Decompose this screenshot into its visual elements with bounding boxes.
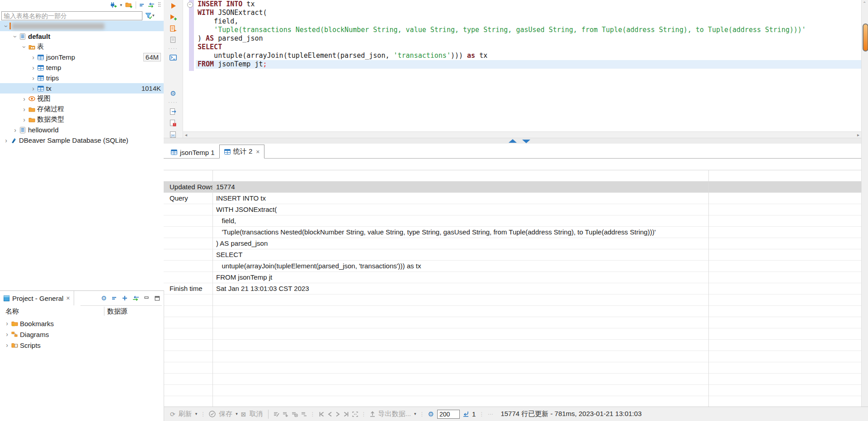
grid-row-query-line[interactable]: WITH JSONExtract(: [164, 204, 861, 215]
tree-item-视图[interactable]: ›视图: [0, 94, 164, 104]
project-item-Bookmarks[interactable]: ›★Bookmarks: [0, 318, 164, 329]
project-item-Scripts[interactable]: ›Scripts: [0, 340, 164, 351]
execute-new-tab-icon[interactable]: [170, 14, 177, 20]
save-icon[interactable]: [209, 411, 216, 417]
grid-empty-row[interactable]: [164, 351, 861, 362]
project-tab[interactable]: Project - General ×: [0, 291, 74, 305]
sql-line-2[interactable]: WITH JSONExtract(: [198, 9, 861, 17]
open-file-icon[interactable]: [170, 108, 176, 115]
fold-collapse-icon[interactable]: −: [187, 2, 193, 8]
tree-chevron-icon[interactable]: ›: [4, 331, 10, 337]
sql-line-8[interactable]: FROM jsonTemp jt;: [196, 60, 861, 69]
tree-item-default[interactable]: ›default: [0, 31, 164, 42]
grid-empty-row[interactable]: [164, 362, 861, 374]
grid-empty-row[interactable]: [164, 396, 861, 407]
tree-item-trips[interactable]: ›trips: [0, 73, 164, 83]
sql-line-6[interactable]: SELECT: [198, 43, 861, 51]
tree-chevron-icon[interactable]: ›: [30, 65, 37, 71]
project-collapse-icon[interactable]: [112, 296, 117, 300]
grid-cell-name[interactable]: [164, 204, 212, 215]
grid-cell-name[interactable]: [164, 249, 212, 260]
tree-chevron-icon[interactable]: ›: [30, 54, 37, 61]
grid-cell-name[interactable]: Updated Rows: [164, 182, 212, 192]
tree-chevron-icon[interactable]: ›: [21, 117, 28, 123]
new-connection-dropdown-caret[interactable]: ▾: [120, 3, 122, 7]
export-data-button[interactable]: 导出数据...: [378, 410, 411, 418]
tree-item-connection[interactable]: ›: [0, 21, 164, 31]
sql-line-7[interactable]: untuple(arrayJoin(tupleElement(parsed_js…: [198, 51, 861, 60]
tree-chevron-icon[interactable]: ›: [4, 320, 10, 327]
grid-column-divider[interactable]: [212, 170, 213, 408]
grid-col-name[interactable]: [164, 170, 212, 181]
grid-cell-value[interactable]: 'Tuple(transactions Nested(blockNumber S…: [212, 227, 708, 238]
cancel-icon[interactable]: ⊠: [241, 411, 246, 417]
fetch-settings-gear-icon[interactable]: ⚙: [428, 411, 434, 417]
tree-chevron-icon[interactable]: ›: [21, 43, 28, 50]
project-tab-close-icon[interactable]: ×: [66, 295, 70, 302]
grid-cell-value[interactable]: WITH JSONExtract(: [212, 204, 708, 215]
overflow-dots[interactable]: ⋯: [487, 411, 493, 417]
grid-row-query-line[interactable]: ) AS parsed_json: [164, 238, 861, 249]
export-dropdown-caret[interactable]: ▾: [414, 412, 416, 416]
tree-chevron-icon[interactable]: ›: [30, 75, 37, 81]
first-row-icon[interactable]: [319, 412, 325, 417]
grid-cell-value[interactable]: SELECT: [212, 249, 708, 260]
project-link-icon[interactable]: [132, 296, 139, 301]
tree-chevron-icon[interactable]: ›: [30, 85, 37, 92]
grid-empty-row[interactable]: [164, 385, 861, 396]
editor-horizontal-scrollbar[interactable]: ◂ ▸: [183, 131, 861, 138]
grid-row-query-line[interactable]: 'Tuple(transactions Nested(blockNumber S…: [164, 227, 861, 238]
fetch-size-input[interactable]: [437, 410, 460, 419]
tree-chevron-icon[interactable]: ›: [12, 127, 19, 133]
grid-cell-name[interactable]: Query: [164, 193, 212, 204]
grid-cell-name[interactable]: Finish time: [164, 283, 212, 294]
refresh-button[interactable]: 刷新: [179, 410, 192, 418]
maximize-panel-icon[interactable]: [155, 296, 160, 301]
previous-row-icon[interactable]: [328, 412, 332, 417]
save-dropdown-caret[interactable]: ▾: [236, 412, 238, 416]
grid-row-Finish time[interactable]: Finish timeSat Jan 21 13:01:03 CST 2023: [164, 283, 861, 295]
project-gear-icon[interactable]: ⚙: [101, 295, 107, 301]
grid-cell-value[interactable]: ) AS parsed_json: [212, 238, 708, 249]
tab-close-icon[interactable]: ×: [256, 148, 259, 155]
editor-settings-gear-icon[interactable]: ⚙: [170, 90, 176, 97]
tree-chevron-icon[interactable]: ›: [3, 137, 9, 144]
scroll-right-arrow-icon[interactable]: ▸: [857, 132, 859, 137]
refresh-icon[interactable]: ⟳: [170, 411, 175, 417]
grid-cell-name[interactable]: [164, 227, 212, 238]
grid-cell-value[interactable]: 15774: [212, 182, 708, 192]
column-name-header[interactable]: 名称: [5, 306, 19, 317]
grid-row-Query[interactable]: QueryINSERT INTO tx: [164, 193, 861, 204]
record-mode-icon[interactable]: [352, 412, 358, 417]
tree-chevron-icon[interactable]: ›: [21, 96, 28, 102]
grid-cell-value[interactable]: FROM jsonTemp jt: [212, 272, 708, 283]
scroll-up-arrow-icon[interactable]: ⌃: [863, 1, 866, 6]
tree-chevron-icon[interactable]: ›: [12, 33, 19, 40]
tree-item-数据类型[interactable]: ›数据类型: [0, 114, 164, 125]
tree-chevron-icon[interactable]: ›: [3, 23, 9, 29]
sql-line-5[interactable]: ) AS parsed_json: [198, 34, 861, 43]
grid-cell-value[interactable]: INSERT INTO tx: [212, 193, 708, 204]
statistics-grid[interactable]: Updated Rows15774QueryINSERT INTO txWITH…: [164, 170, 861, 419]
tree-item-helloworld[interactable]: ›helloworld: [0, 125, 164, 135]
tree-item-temp[interactable]: ›temp: [0, 62, 164, 73]
edit-cell-icon[interactable]: [274, 412, 279, 417]
execute-script-icon[interactable]: [170, 25, 177, 32]
save-button[interactable]: 保存: [219, 410, 232, 418]
column-divider[interactable]: [104, 307, 104, 316]
grid-col-value[interactable]: [212, 170, 708, 181]
new-folder-icon[interactable]: [125, 2, 132, 8]
project-expand-icon[interactable]: [122, 295, 127, 301]
grid-cell-name[interactable]: [164, 238, 212, 249]
scrollbar-thumb[interactable]: [863, 23, 868, 51]
grid-empty-row[interactable]: [164, 328, 861, 340]
explain-plan-icon[interactable]: [170, 37, 177, 43]
sql-line-4[interactable]: 'Tuple(transactions Nested(blockNumber S…: [198, 26, 861, 34]
new-connection-icon[interactable]: [109, 2, 117, 8]
grid-cell-name[interactable]: [164, 215, 212, 226]
grid-cell-value[interactable]: field,: [212, 215, 708, 226]
filter-funnel-icon[interactable]: [145, 13, 152, 19]
tree-chevron-icon[interactable]: ›: [21, 106, 28, 112]
grid-cell-value[interactable]: Sat Jan 21 13:01:03 CST 2023: [212, 283, 708, 294]
tree-item-jsonTemp[interactable]: ›jsonTemp64M: [0, 52, 164, 62]
